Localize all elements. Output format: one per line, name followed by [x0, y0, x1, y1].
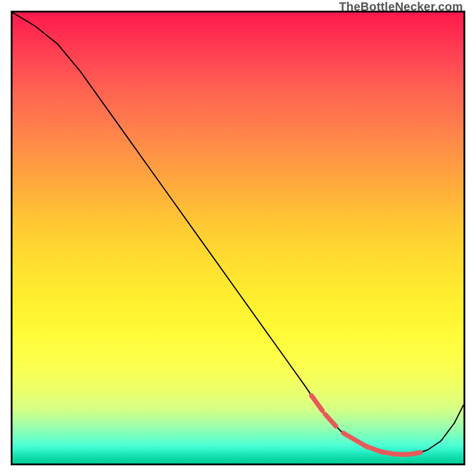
- optimal-marker: [412, 452, 421, 454]
- curve-svg: [12, 12, 464, 464]
- plot-area: [11, 11, 465, 465]
- bottleneck-curve: [12, 12, 464, 455]
- optimal-marker: [312, 396, 322, 411]
- chart-container: TheBottleNecker.com: [0, 0, 476, 476]
- optimal-range-markers: [312, 396, 421, 455]
- optimal-marker: [325, 414, 336, 426]
